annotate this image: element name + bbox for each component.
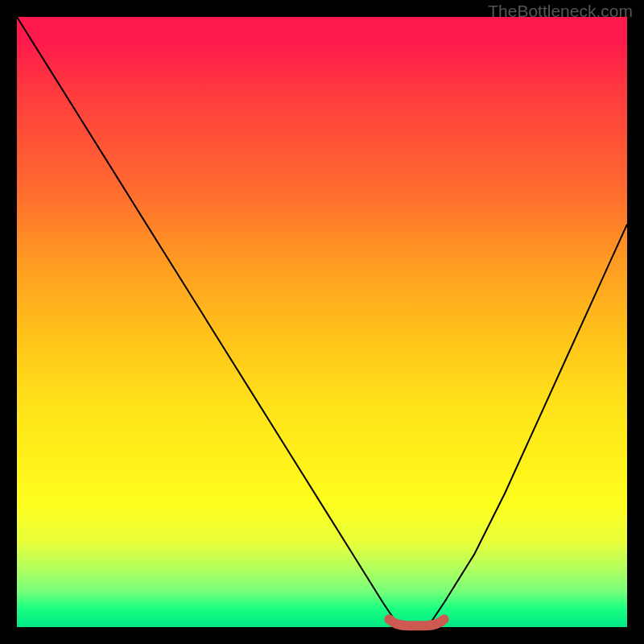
chart-plot-area	[17, 17, 627, 627]
chart-frame: TheBottleneck.com	[0, 0, 644, 644]
optimal-range-marker	[389, 619, 444, 625]
chart-svg	[17, 17, 627, 627]
watermark-text: TheBottleneck.com	[488, 2, 633, 21]
bottleneck-curve	[17, 17, 627, 627]
